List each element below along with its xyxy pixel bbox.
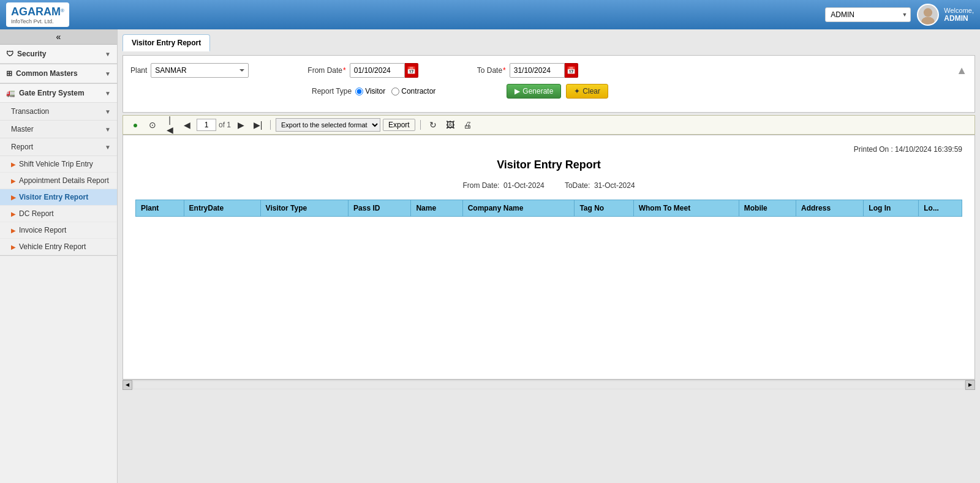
printed-on-value: 14/10/2024 16:39:59	[895, 145, 962, 154]
from-date-label: From Date	[307, 66, 345, 75]
svg-point-0	[924, 8, 932, 17]
sidebar-item-vehicle-entry-report[interactable]: ▶ Vehicle Entry Report	[0, 239, 117, 255]
toolbar-refresh-button[interactable]: ●	[128, 118, 143, 132]
col-plant: Plant	[136, 200, 184, 217]
sidebar-item-common-masters[interactable]: ⊞ Common Masters ▼	[0, 64, 117, 83]
sidebar-gate-entry-label: Gate Entry System	[19, 89, 85, 97]
scroll-track[interactable]	[134, 381, 964, 389]
sidebar-item-dc-report[interactable]: ▶ DC Report	[0, 206, 117, 222]
sidebar-item-security[interactable]: 🛡 Security ▼	[0, 45, 117, 64]
report-date-range: From Date: 01-Oct-2024 ToDate: 31-Oct-20…	[135, 181, 962, 190]
toolbar-reload-button[interactable]: ↻	[426, 118, 440, 132]
top-header: AGARAM® InfoTech Pvt. Ltd. ADMIN Welcome…	[0, 0, 980, 29]
truck-icon: 🚛	[6, 89, 15, 97]
from-date-input[interactable]: 01/10/2024	[350, 63, 405, 78]
admin-dropdown[interactable]: ADMIN	[825, 7, 911, 22]
toolbar-print-button[interactable]: 🖨	[460, 118, 475, 132]
col-whom-to-meet: Whom To Meet	[633, 200, 739, 217]
vehicle-entry-label: Vehicle Entry Report	[19, 242, 86, 251]
chevron-down-icon-4: ▼	[105, 108, 111, 115]
toolbar-last-page-button[interactable]: ▶|	[251, 118, 265, 132]
toolbar-stop-button[interactable]: ⊙	[145, 118, 160, 132]
calendar-icon: 📅	[407, 66, 416, 75]
to-date-input[interactable]: 31/10/2024	[510, 63, 565, 78]
sidebar-item-appointment-details-report[interactable]: ▶ Appointment Details Report	[0, 173, 117, 189]
sidebar-collapse-button[interactable]: «	[0, 29, 117, 45]
logo-area: AGARAM® InfoTech Pvt. Ltd.	[6, 2, 69, 27]
header-right: ADMIN Welcome, ADMIN	[825, 4, 974, 26]
main-content: Visitor Entry Report Plant SANMAR From D…	[118, 29, 980, 483]
export-button[interactable]: Export	[383, 119, 415, 131]
clear-label: Clear	[582, 87, 600, 95]
export-format-select[interactable]: Export to the selected format PDF Excel …	[276, 118, 380, 132]
sidebar-security-label: Security	[17, 50, 46, 58]
report-table: Plant EntryDate Visitor Type Pass ID Nam…	[135, 200, 962, 217]
sidebar-item-shift-vehicle-trip-entry[interactable]: ▶ Shift Vehicle Trip Entry	[0, 156, 117, 173]
radio-contractor-input[interactable]	[391, 88, 399, 95]
toolbar-next-page-button[interactable]: ▶	[233, 118, 248, 132]
scroll-up-indicator[interactable]: ▲	[956, 64, 967, 77]
horizontal-scrollbar[interactable]: ◀ ▶	[123, 380, 975, 389]
sidebar-common-masters-label: Common Masters	[16, 69, 78, 78]
report-printed-on: Printed On : 14/10/2024 16:39:59	[135, 145, 962, 154]
sidebar: « 🛡 Security ▼ ⊞ Common Masters ▼	[0, 29, 118, 483]
logo-text-main: AGARAM	[11, 6, 61, 18]
report-title: Visitor Entry Report	[135, 159, 962, 171]
report-toolbar: ● ⊙ |◀ ◀ of 1 ▶ ▶| Export to the selecte…	[123, 115, 975, 135]
report-to-date-label: ToDate:	[565, 181, 590, 190]
toolbar-print-preview-button[interactable]: 🖼	[443, 118, 458, 132]
radio-contractor[interactable]: Contractor	[391, 87, 435, 95]
report-from-date-label: From Date:	[462, 181, 499, 190]
chevron-down-icon-3: ▼	[105, 90, 111, 97]
welcome-name: ADMIN	[944, 14, 974, 23]
report-label: Report	[11, 143, 33, 151]
col-address: Address	[796, 200, 864, 217]
transaction-label: Transaction	[11, 107, 49, 116]
col-entry-date: EntryDate	[184, 200, 260, 217]
form-row-1: Plant SANMAR From Date 01/10/2024 📅	[130, 63, 967, 78]
sidebar-item-gate-entry-system[interactable]: 🚛 Gate Entry System ▼	[0, 84, 117, 103]
generate-label: Generate	[522, 87, 553, 95]
action-buttons: ▶ Generate ✦ Clear	[507, 84, 608, 99]
clear-button[interactable]: ✦ Clear	[566, 84, 608, 99]
avatar	[917, 4, 939, 26]
form-row-2: Report Type Visitor Contractor	[130, 84, 967, 99]
sidebar-section-gate-entry: 🚛 Gate Entry System ▼ Transaction ▼ Mast…	[0, 84, 117, 256]
master-label: Master	[11, 125, 34, 133]
shift-vehicle-label: Shift Vehicle Trip Entry	[19, 160, 93, 168]
plant-select[interactable]: SANMAR	[151, 63, 249, 78]
radio-visitor[interactable]: Visitor	[355, 87, 385, 95]
sidebar-item-invoice-report[interactable]: ▶ Invoice Report	[0, 222, 117, 239]
report-from-date-value: 01-Oct-2024	[503, 181, 545, 190]
clear-icon: ✦	[574, 87, 580, 95]
generate-button[interactable]: ▶ Generate	[507, 84, 561, 99]
sidebar-section-security: 🛡 Security ▼	[0, 45, 117, 64]
scroll-right-arrow[interactable]: ▶	[965, 380, 975, 390]
sidebar-item-master[interactable]: Master ▼	[0, 121, 117, 138]
arrow-icon-2: ▶	[11, 178, 16, 184]
to-date-calendar-button[interactable]: 📅	[565, 63, 578, 78]
printed-on-label: Printed On :	[854, 145, 893, 154]
toolbar-first-page-button[interactable]: |◀	[162, 118, 177, 132]
from-date-input-wrapper: 01/10/2024 📅	[350, 63, 418, 78]
col-company-name: Company Name	[462, 200, 575, 217]
sidebar-item-report[interactable]: Report ▼	[0, 138, 117, 156]
scroll-left-arrow[interactable]: ◀	[123, 380, 132, 390]
sidebar-item-visitor-entry-report[interactable]: ▶ Visitor Entry Report	[0, 189, 117, 206]
report-type-field: Report Type Visitor Contractor	[312, 87, 435, 95]
toolbar-prev-page-button[interactable]: ◀	[179, 118, 194, 132]
toolbar-separator-1	[270, 120, 271, 130]
generate-icon: ▶	[514, 87, 520, 95]
admin-select-wrapper[interactable]: ADMIN	[825, 7, 911, 22]
report-inner: Printed On : 14/10/2024 16:39:59 Visitor…	[123, 135, 974, 227]
sidebar-item-transaction[interactable]: Transaction ▼	[0, 103, 117, 121]
chevron-down-icon-2: ▼	[105, 70, 111, 77]
page-number-input[interactable]	[197, 119, 216, 131]
svg-point-1	[922, 17, 935, 26]
tab-bar: Visitor Entry Report	[123, 34, 975, 51]
radio-visitor-input[interactable]	[355, 88, 363, 95]
arrow-icon-3: ▶	[11, 194, 16, 201]
tab-visitor-entry-report[interactable]: Visitor Entry Report	[123, 34, 210, 51]
from-date-calendar-button[interactable]: 📅	[405, 63, 418, 78]
avatar-image	[918, 4, 938, 26]
